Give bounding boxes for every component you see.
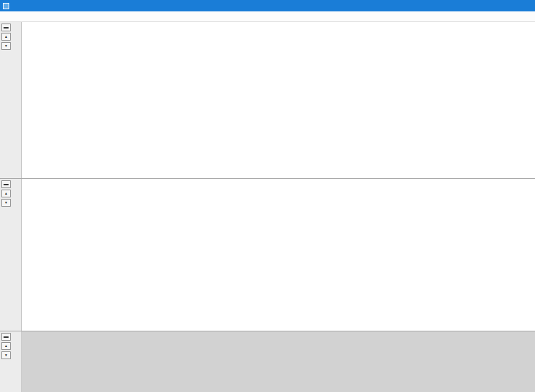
- titlebar[interactable]: [0, 0, 535, 11]
- plan-move-down-button[interactable]: ▼: [1, 199, 11, 207]
- profile-collapse-button[interactable]: [1, 24, 11, 31]
- table-move-up-button[interactable]: ▲: [1, 342, 11, 350]
- collapse-icon: [4, 27, 9, 29]
- plan-panel-gutter: ▲ ▼: [0, 179, 22, 331]
- up-arrow-icon: ▲: [4, 344, 8, 348]
- menubar: [0, 11, 535, 22]
- down-arrow-icon: ▼: [4, 201, 8, 205]
- table-canvas[interactable]: [22, 331, 535, 392]
- plan-canvas[interactable]: [22, 179, 535, 331]
- panel-unfolded-plan: ▲ ▼: [0, 179, 535, 331]
- profile-move-down-button[interactable]: ▼: [1, 42, 11, 50]
- up-arrow-icon: ▲: [4, 35, 8, 38]
- table-collapse-button[interactable]: [1, 333, 11, 341]
- up-arrow-icon: ▲: [4, 192, 8, 195]
- table-panel-gutter: ▲ ▼: [0, 331, 22, 392]
- profile-chart-svg: [22, 22, 535, 178]
- plan-move-up-button[interactable]: ▲: [1, 190, 11, 197]
- down-arrow-icon: ▼: [4, 354, 8, 357]
- collapse-icon: [4, 336, 9, 338]
- profile-canvas[interactable]: [22, 22, 535, 178]
- collapse-icon: [4, 184, 9, 185]
- table-move-down-button[interactable]: ▼: [1, 351, 11, 359]
- app-icon: [3, 3, 9, 9]
- profile-table-svg: [22, 331, 535, 392]
- plan-collapse-button[interactable]: [1, 180, 11, 188]
- plan-map-svg: [22, 179, 535, 331]
- panel-object-profile-table: ▲ ▼: [0, 331, 535, 392]
- panel-longitudinal-profile: ▲ ▼: [0, 22, 535, 178]
- profile-panel-gutter: ▲ ▼: [0, 22, 22, 178]
- profile-move-up-button[interactable]: ▲: [1, 33, 11, 41]
- down-arrow-icon: ▼: [4, 44, 8, 48]
